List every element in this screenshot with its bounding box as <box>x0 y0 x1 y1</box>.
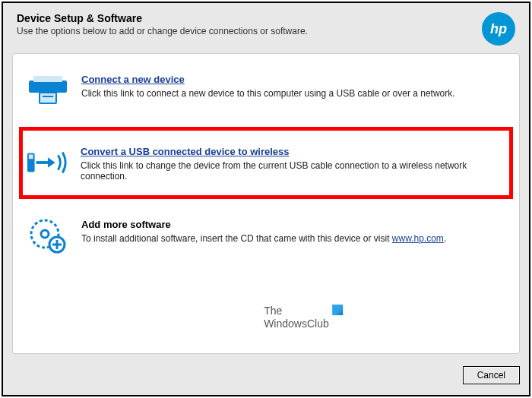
convert-wireless-desc: Click this link to change the device fro… <box>81 160 506 182</box>
add-software-desc: To install additional software, insert t… <box>81 233 505 244</box>
watermark-line1: The <box>264 305 329 317</box>
watermark: The WindowsClub <box>264 305 329 330</box>
option-connect-device: Connect a new device Click this link to … <box>24 68 508 113</box>
watermark-square-icon <box>332 305 343 315</box>
content-panel: Connect a new device Click this link to … <box>12 53 520 354</box>
hp-link[interactable]: www.hp.com <box>392 233 444 244</box>
cancel-button[interactable]: Cancel <box>463 366 520 384</box>
page-subtitle: Use the options below to add or change d… <box>17 26 482 36</box>
header-text: Device Setup & Software Use the options … <box>17 12 482 36</box>
svg-rect-5 <box>29 154 33 159</box>
hp-logo-icon: hp <box>482 12 515 46</box>
svg-rect-0 <box>29 81 67 93</box>
option-text: Convert a USB connected device to wirele… <box>81 144 506 182</box>
svg-point-9 <box>41 230 49 238</box>
add-software-desc-prefix: To install additional software, insert t… <box>81 233 392 244</box>
cd-plus-icon <box>27 217 69 254</box>
svg-rect-1 <box>33 76 62 82</box>
option-text: Connect a new device Click this link to … <box>81 72 505 99</box>
footer: Cancel <box>3 360 529 395</box>
add-software-desc-suffix: . <box>444 233 446 244</box>
printer-icon <box>27 72 69 109</box>
usb-to-wireless-icon <box>26 144 68 181</box>
add-software-title: Add more software <box>81 219 505 230</box>
header: Device Setup & Software Use the options … <box>3 3 529 53</box>
option-convert-wireless: Convert a USB connected device to wirele… <box>19 127 513 199</box>
svg-rect-2 <box>40 93 56 103</box>
watermark-line2: WindowsClub <box>264 317 329 330</box>
connect-device-desc: Click this link to connect a new device … <box>81 88 505 99</box>
convert-wireless-link[interactable]: Convert a USB connected device to wirele… <box>81 146 506 157</box>
connect-device-link[interactable]: Connect a new device <box>81 74 505 85</box>
setup-window: Device Setup & Software Use the options … <box>2 2 530 396</box>
svg-marker-7 <box>48 157 55 168</box>
option-add-software: Add more software To install additional … <box>24 213 508 258</box>
option-text: Add more software To install additional … <box>81 217 505 244</box>
svg-rect-3 <box>43 96 53 97</box>
page-title: Device Setup & Software <box>17 12 482 24</box>
